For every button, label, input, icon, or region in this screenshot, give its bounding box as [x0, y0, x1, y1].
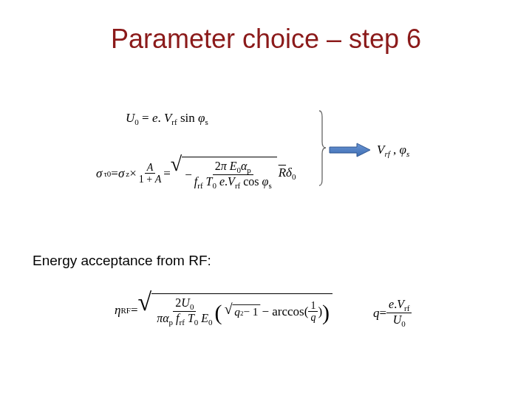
sym-eta: η	[115, 303, 120, 318]
sub-0: 0	[134, 117, 139, 126]
num-V-sub: rf	[404, 304, 409, 313]
sup-2: 2	[239, 309, 243, 316]
dot: .	[157, 111, 160, 125]
sym-q: q	[373, 306, 380, 321]
sym-sigma-z: σ	[118, 166, 124, 181]
num-alpha-sub: p	[247, 166, 251, 174]
sub-s: s	[406, 149, 409, 158]
frac-den-1: 1 +	[139, 174, 155, 185]
paren-open: (	[215, 302, 222, 322]
sqrt-inner: √ q2 − 1	[224, 304, 260, 319]
sym-phi: φ	[198, 111, 205, 125]
comma: ,	[390, 143, 400, 157]
eq-sign: =	[131, 303, 138, 318]
den-alpha: α	[163, 312, 168, 324]
den-T: T	[203, 175, 213, 188]
slide: Parameter choice – step 6 U0 = e. Vrf si…	[0, 0, 532, 399]
page-title: Parameter choice – step 6	[0, 24, 532, 55]
num-U: U	[181, 296, 190, 309]
frac-A-over-1plusA: A 1 + A	[137, 162, 163, 186]
sub-rf: rf	[384, 149, 389, 158]
equation-u0: U0 = e. Vrf sin φs	[126, 111, 208, 126]
num-V: V	[397, 298, 404, 310]
equation-sigma-tau0: στ0 = σz × A 1 + A = √ − 2π E0αp frf T0 …	[96, 155, 296, 192]
sub-tau0: τ0	[103, 169, 111, 178]
den-f: f	[173, 312, 179, 324]
den-V: V	[228, 175, 235, 188]
big-frac: 2π E0αp frf T0 e.Vrf cos φs	[192, 160, 274, 191]
frac-outer: 2U0 παp frf T0 E0	[154, 296, 214, 328]
sub-0: 0	[292, 173, 296, 182]
times: ×	[129, 166, 137, 181]
eq-sign: =	[142, 111, 152, 125]
eq-sign: =	[163, 166, 171, 181]
sub-rf: rf	[171, 117, 177, 126]
frac-den-q: q	[310, 312, 316, 323]
num-pi: π	[221, 160, 227, 172]
den-phi-sub: s	[268, 181, 271, 190]
sym-phi: φ	[399, 143, 406, 157]
den-pi: π	[157, 312, 163, 324]
radical-icon: √	[138, 291, 152, 326]
num-U-sub: 0	[190, 302, 194, 311]
den-U: U	[393, 313, 402, 326]
equation-eta-rf: ηRF = √ 2U0 παp frf T0 E0 ( √ q2 − 1	[115, 292, 332, 329]
frac-num: A	[147, 162, 154, 173]
derived-parameters: Vrf , φs	[377, 143, 409, 158]
num-2: 2	[215, 160, 221, 172]
sym-q: q	[234, 306, 240, 319]
subheading: Energy acceptance from RF:	[33, 253, 211, 269]
radical-icon: √	[224, 302, 232, 317]
minus-1: − 1	[243, 306, 258, 319]
frac-q: e.Vrf U0	[386, 298, 412, 330]
fn-cos: cos	[240, 175, 262, 188]
equation-q: q = e.Vrf U0	[373, 298, 412, 330]
minus: −	[185, 168, 192, 183]
sym-V: V	[164, 111, 171, 125]
frac-den-A: A	[155, 174, 162, 185]
frac-1-over-q: 1 q	[308, 300, 318, 324]
arrow-right-icon	[329, 143, 369, 157]
sym-sigma: σ	[96, 166, 102, 181]
sym-delta: δ	[286, 166, 292, 180]
sqrt-eta: √ 2U0 παp frf T0 E0 ( √ q2 − 1	[138, 293, 333, 328]
sym-V: V	[377, 143, 384, 157]
den-E: E	[198, 312, 208, 324]
radical-icon: √	[171, 154, 182, 189]
sub-RF: RF	[120, 306, 130, 315]
sym-U: U	[126, 111, 134, 125]
fn-sin: sin	[180, 111, 198, 125]
fn-arccos: − arccos	[262, 304, 304, 319]
sym-Rbar: R	[279, 166, 286, 180]
den-f-sub: rf	[197, 181, 202, 190]
paren-close: )	[322, 302, 330, 322]
num-E: E	[227, 160, 237, 172]
den-U-sub: 0	[401, 319, 406, 328]
eq-sign: =	[380, 306, 387, 321]
frac-num-1: 1	[308, 300, 318, 312]
curly-brace-icon	[318, 109, 327, 187]
den-E-sub: 0	[208, 318, 213, 327]
den-T: T	[185, 312, 194, 324]
den-e: e	[216, 175, 225, 188]
eq-sign: =	[111, 166, 118, 181]
sqrt-outer: √ − 2π E0αp frf T0 e.Vrf cos φs	[171, 157, 277, 191]
den-f-sub: rf	[180, 318, 185, 327]
sub-s: s	[205, 117, 208, 126]
